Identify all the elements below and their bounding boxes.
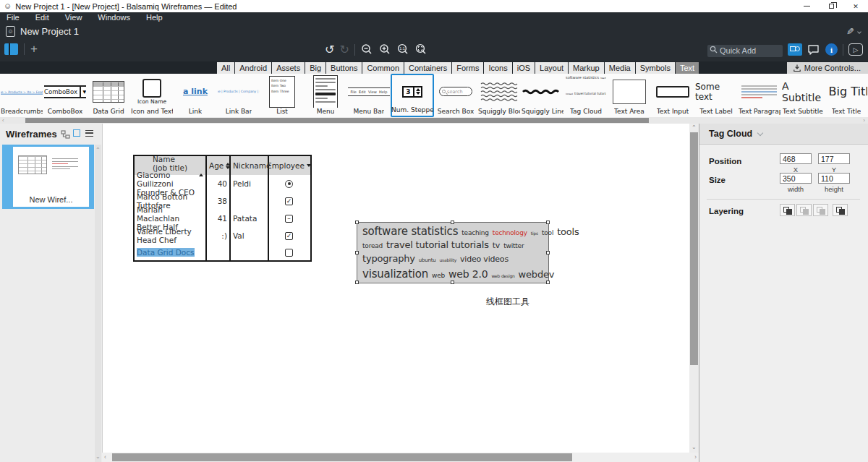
tab-forms[interactable]: Forms	[452, 62, 483, 74]
palette-item-text-paragraph[interactable]: Text Paragraph	[738, 74, 781, 117]
comment-icon[interactable]	[807, 44, 820, 56]
canvas-tag-cloud-widget[interactable]: software statisticsteachingtechnologytip…	[357, 222, 549, 283]
selection-handle[interactable]	[546, 221, 550, 224]
tab-media[interactable]: Media	[605, 62, 635, 74]
column-header-employee[interactable]: Employee	[269, 156, 309, 175]
info-button[interactable]: i	[825, 43, 838, 56]
tab-buttons[interactable]: Buttons	[326, 62, 362, 74]
indeterminate-checkbox-icon[interactable]: –	[285, 215, 293, 223]
palette-item-link-bar[interactable]: Home | Products | Company | BlogLink Bar	[217, 74, 260, 117]
scroll-right-icon[interactable]: ›	[694, 453, 697, 462]
scroll-up-icon[interactable]: ⌃	[692, 124, 697, 131]
send-to-back-button[interactable]	[833, 204, 848, 216]
selection-handle[interactable]	[355, 221, 359, 224]
palette-item-squiggly-bloc[interactable]: Squiggly Bloc...	[477, 74, 521, 117]
checked-checkbox-icon[interactable]: ✓	[285, 232, 293, 240]
palette-item-icon-and-text[interactable]: Icon NameIcon and Text...	[130, 74, 174, 117]
position-y-input[interactable]	[818, 153, 850, 164]
canvas[interactable]: Name(job title)AgeNicknameEmployeeGiacom…	[102, 124, 689, 453]
palette-item-text-subtitle[interactable]: A SubtitleText Subtitle	[781, 74, 825, 117]
add-wireframe-icon[interactable]: +	[30, 43, 38, 55]
scroll-up-icon[interactable]: ⌃	[95, 147, 101, 153]
palette-item-tag-cloud[interactable]: software statisticsteachingtechnologytip…	[564, 74, 608, 117]
column-header-nickname[interactable]: Nickname	[231, 156, 269, 175]
palette-item-menu-bar[interactable]: File Edit View HelpMenu Bar	[347, 74, 391, 117]
zoom-out-icon[interactable]	[360, 43, 373, 56]
menu-file[interactable]: File	[0, 12, 27, 22]
zoom-to-fit-icon[interactable]	[414, 43, 427, 56]
tab-all[interactable]: All	[217, 62, 234, 74]
data-grid-row[interactable]: Valerie LibertyHead Chef:)Val✓	[135, 227, 310, 244]
scroll-right-icon[interactable]: ›	[863, 117, 865, 124]
restore-button[interactable]	[819, 0, 843, 12]
horizontal-scrollbar-thumb[interactable]	[112, 453, 572, 461]
palette-item-text-label[interactable]: Some textText Label	[694, 74, 738, 117]
selection-handle[interactable]	[355, 251, 359, 254]
selection-handle[interactable]	[451, 221, 454, 224]
position-x-input[interactable]	[780, 153, 812, 164]
wireframes-panel-scrollbar[interactable]: ⌃ ⌄	[95, 145, 101, 462]
grid-view-icon[interactable]	[73, 129, 80, 137]
tab-containers[interactable]: Containers	[404, 62, 451, 74]
menu-edit[interactable]: Edit	[27, 12, 57, 22]
data-grid-row[interactable]: Mariah MaclachlanBetter Half41Patata–	[135, 210, 310, 227]
selection-handle[interactable]	[451, 281, 454, 284]
size-width-input[interactable]	[780, 173, 812, 184]
present-button[interactable]: ▷	[848, 43, 863, 56]
toggle-panels-icon[interactable]	[4, 43, 18, 55]
selection-handle[interactable]	[355, 281, 359, 284]
palette-item-link[interactable]: a linkLink	[174, 74, 217, 117]
canvas-data-grid-widget[interactable]: Name(job title)AgeNicknameEmployeeGiacom…	[133, 155, 312, 262]
tab-ios[interactable]: iOS	[513, 62, 535, 74]
zoom-actual-size-icon[interactable]: 1:1	[396, 43, 409, 56]
rename-pencil-icon[interactable]: ✎	[846, 26, 854, 37]
palette-item-text-input[interactable]: Text Input	[651, 74, 694, 117]
scroll-down-icon[interactable]: ⌄	[692, 444, 697, 450]
unchecked-checkbox-icon[interactable]	[285, 249, 293, 257]
tab-big[interactable]: Big	[305, 62, 326, 74]
palette-item-text-title[interactable]: A Big TitleText Title	[825, 74, 868, 117]
undo-icon[interactable]: ↺	[325, 43, 334, 56]
inspector-header[interactable]: Tag Cloud	[699, 124, 868, 145]
menu-windows[interactable]: Windows	[90, 12, 138, 22]
tab-markup[interactable]: Markup	[569, 62, 604, 74]
canvas-vertical-scrollbar[interactable]: ⌃ ⌄	[689, 124, 699, 462]
checked-checkbox-icon[interactable]: ✓	[285, 197, 293, 205]
radio-selected-icon[interactable]	[285, 180, 293, 188]
palette-item-list[interactable]: Item One Item Two Item ThreeList	[260, 74, 304, 117]
selection-handle[interactable]	[546, 281, 550, 284]
tab-common[interactable]: Common	[362, 62, 404, 74]
tab-assets[interactable]: Assets	[272, 62, 305, 74]
size-height-input[interactable]	[818, 173, 850, 184]
palette-item-combobox[interactable]: ComboBox▼ComboBox	[43, 74, 87, 117]
canvas-text-label[interactable]: 线框图工具	[450, 296, 566, 308]
more-controls-button[interactable]: More Controls...	[787, 62, 868, 74]
palette-item-data-grid[interactable]: Data Grid	[87, 74, 130, 117]
data-grid-row[interactable]: Giacomo GuilizzoniFounder & CEO40Peldi	[135, 175, 310, 192]
column-header-age[interactable]: Age	[207, 156, 231, 175]
tab-symbols[interactable]: Symbols	[636, 62, 675, 74]
quick-add-input[interactable]	[707, 45, 783, 57]
tab-icons[interactable]: Icons	[484, 62, 511, 74]
scroll-left-icon[interactable]: ‹	[104, 453, 106, 462]
vertical-scrollbar-thumb[interactable]	[690, 132, 698, 365]
canvas-horizontal-scrollbar[interactable]: ‹ ›	[102, 453, 699, 462]
palette-scrollbar[interactable]: ‹ ›	[0, 117, 868, 124]
tab-layout[interactable]: Layout	[535, 62, 568, 74]
data-grid-row[interactable]: Data Grid Docs	[135, 244, 310, 260]
data-grid-docs-link[interactable]: Data Grid Docs	[137, 248, 195, 257]
chevron-down-icon[interactable]	[857, 30, 861, 34]
menu-help[interactable]: Help	[138, 12, 171, 22]
tab-text[interactable]: Text	[676, 62, 699, 74]
selection-handle[interactable]	[546, 251, 550, 254]
palette-item-squiggly-line[interactable]: Squiggly Line...	[521, 74, 564, 117]
wireframe-thumbnail-selected[interactable]: New Wiref...	[2, 145, 94, 209]
palette-item-text-area[interactable]: Text Area	[608, 74, 651, 117]
palette-item-breadcrumbs[interactable]: Home > Products > Ite > FeaturesBreadcru…	[0, 74, 43, 117]
menu-view[interactable]: View	[57, 12, 90, 22]
scroll-left-icon[interactable]: ‹	[2, 117, 4, 124]
hierarchy-icon[interactable]	[61, 130, 70, 139]
palette-item-num-stepper[interactable]: 3Num. Stepper	[391, 74, 434, 117]
tab-android[interactable]: Android	[235, 62, 271, 74]
palette-item-menu[interactable]: Menu	[304, 74, 347, 117]
